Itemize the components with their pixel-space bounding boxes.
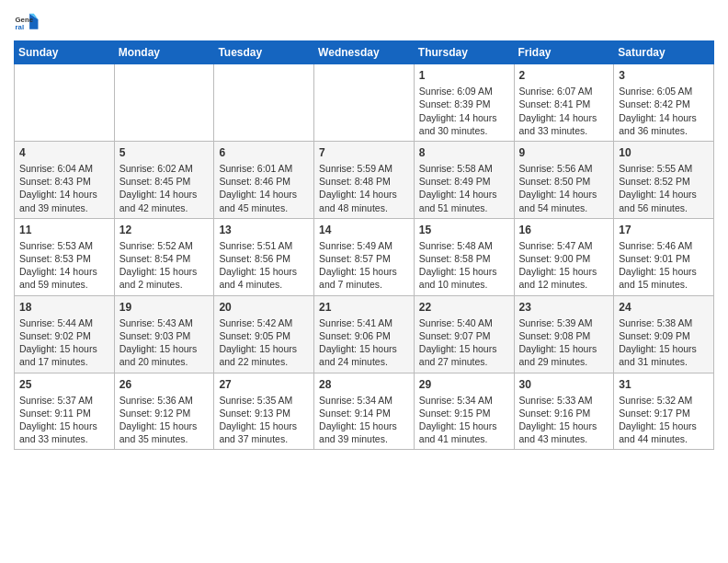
- day-info-line: Sunset: 9:01 PM: [619, 252, 709, 265]
- day-info-line: Daylight: 15 hours: [19, 419, 109, 432]
- day-info-line: Sunset: 9:00 PM: [519, 252, 609, 265]
- calendar-cell: [214, 64, 314, 142]
- day-info-line: and 10 minutes.: [419, 278, 509, 291]
- calendar-cell: 4Sunrise: 6:04 AMSunset: 8:43 PMDaylight…: [15, 141, 115, 218]
- day-info-line: Sunset: 8:57 PM: [319, 252, 409, 265]
- day-info-line: Sunset: 9:09 PM: [619, 329, 709, 342]
- calendar-cell: 15Sunrise: 5:48 AMSunset: 8:58 PMDayligh…: [414, 218, 514, 295]
- day-info-line: Sunset: 9:17 PM: [619, 407, 709, 419]
- day-number: 15: [419, 223, 509, 237]
- day-info-line: and 4 minutes.: [219, 278, 309, 291]
- day-info-line: Daylight: 15 hours: [319, 342, 409, 355]
- day-number: 6: [219, 145, 309, 160]
- day-info-line: and 59 minutes.: [19, 278, 109, 291]
- day-number: 26: [119, 377, 210, 392]
- day-number: 11: [19, 223, 109, 237]
- calendar-cell: 16Sunrise: 5:47 AMSunset: 9:00 PMDayligh…: [514, 218, 614, 295]
- day-info-line: and 39 minutes.: [19, 201, 109, 214]
- day-info-line: Daylight: 15 hours: [419, 419, 509, 432]
- day-info-line: Daylight: 15 hours: [119, 342, 210, 355]
- day-info-line: and 29 minutes.: [519, 355, 609, 368]
- day-info-line: and 43 minutes.: [519, 432, 609, 445]
- day-info-line: Sunrise: 6:04 AM: [19, 162, 109, 175]
- day-info-line: Sunset: 9:13 PM: [219, 407, 309, 419]
- day-info-line: Sunrise: 5:36 AM: [119, 394, 210, 407]
- day-info-line: Sunset: 8:58 PM: [419, 252, 509, 265]
- day-info-line: and 51 minutes.: [419, 201, 509, 214]
- calendar-cell: 10Sunrise: 5:55 AMSunset: 8:52 PMDayligh…: [614, 141, 714, 218]
- day-info-line: and 35 minutes.: [119, 432, 210, 445]
- day-info-line: Sunrise: 6:07 AM: [519, 85, 609, 98]
- calendar-cell: 11Sunrise: 5:53 AMSunset: 8:53 PMDayligh…: [15, 218, 115, 295]
- day-number: 4: [19, 145, 109, 160]
- day-info-line: Sunrise: 6:09 AM: [419, 85, 509, 98]
- day-info-line: and 12 minutes.: [519, 278, 609, 291]
- day-info-line: Daylight: 15 hours: [219, 419, 309, 432]
- day-info-line: and 27 minutes.: [419, 355, 509, 368]
- day-info-line: Daylight: 14 hours: [319, 188, 409, 201]
- day-info-line: Sunset: 8:46 PM: [219, 175, 309, 188]
- day-info-line: and 17 minutes.: [19, 355, 109, 368]
- calendar-cell: 2Sunrise: 6:07 AMSunset: 8:41 PMDaylight…: [514, 64, 614, 142]
- day-info-line: and 45 minutes.: [219, 201, 309, 214]
- generalblue-logo-icon: Gene ral: [14, 9, 40, 35]
- day-number: 29: [419, 377, 509, 392]
- day-info-line: Sunrise: 5:56 AM: [519, 162, 609, 175]
- column-header-saturday: Saturday: [614, 41, 714, 64]
- day-info-line: Sunrise: 6:05 AM: [619, 85, 709, 98]
- day-info-line: Daylight: 15 hours: [219, 265, 309, 278]
- day-info-line: Daylight: 15 hours: [119, 265, 210, 278]
- day-number: 10: [619, 145, 709, 160]
- day-info-line: Sunset: 9:14 PM: [319, 407, 409, 419]
- day-info-line: Sunset: 9:06 PM: [319, 329, 409, 342]
- column-header-tuesday: Tuesday: [214, 41, 314, 64]
- calendar-cell: 17Sunrise: 5:46 AMSunset: 9:01 PMDayligh…: [614, 218, 714, 295]
- day-info-line: and 37 minutes.: [219, 432, 309, 445]
- day-info-line: Sunrise: 5:41 AM: [319, 316, 409, 329]
- page: Gene ral SundayMondayTuesdayWednesdayThu…: [0, 0, 728, 464]
- day-info-line: Sunset: 9:15 PM: [419, 407, 509, 419]
- calendar-cell: 31Sunrise: 5:32 AMSunset: 9:17 PMDayligh…: [614, 373, 714, 450]
- day-number: 20: [219, 300, 309, 315]
- day-info-line: Daylight: 14 hours: [19, 265, 109, 278]
- day-info-line: Sunset: 8:49 PM: [419, 175, 509, 188]
- column-header-thursday: Thursday: [414, 41, 514, 64]
- day-info-line: Sunset: 9:02 PM: [19, 329, 109, 342]
- day-info-line: and 33 minutes.: [519, 124, 609, 137]
- day-number: 14: [319, 223, 409, 237]
- day-info-line: Sunset: 8:43 PM: [19, 175, 109, 188]
- day-info-line: Sunrise: 5:58 AM: [419, 162, 509, 175]
- day-info-line: and 30 minutes.: [419, 124, 509, 137]
- day-info-line: Sunset: 8:39 PM: [419, 98, 509, 110]
- day-info-line: Sunset: 8:56 PM: [219, 252, 309, 265]
- day-number: 13: [219, 223, 309, 237]
- calendar-cell: 18Sunrise: 5:44 AMSunset: 9:02 PMDayligh…: [15, 295, 115, 373]
- day-info-line: Daylight: 15 hours: [619, 419, 709, 432]
- day-info-line: and 31 minutes.: [619, 355, 709, 368]
- day-info-line: Sunset: 9:12 PM: [119, 407, 210, 419]
- day-info-line: Daylight: 15 hours: [619, 342, 709, 355]
- day-info-line: Sunrise: 5:53 AM: [19, 239, 109, 252]
- calendar-cell: 23Sunrise: 5:39 AMSunset: 9:08 PMDayligh…: [514, 295, 614, 373]
- day-number: 18: [19, 300, 109, 315]
- day-info-line: Sunset: 8:50 PM: [519, 175, 609, 188]
- calendar-cell: 30Sunrise: 5:33 AMSunset: 9:16 PMDayligh…: [514, 373, 614, 450]
- calendar-cell: 28Sunrise: 5:34 AMSunset: 9:14 PMDayligh…: [314, 373, 415, 450]
- day-info-line: Sunrise: 5:47 AM: [519, 239, 609, 252]
- day-info-line: Sunset: 9:08 PM: [519, 329, 609, 342]
- day-number: 19: [119, 300, 210, 315]
- day-info-line: and 39 minutes.: [319, 432, 409, 445]
- calendar-cell: 5Sunrise: 6:02 AMSunset: 8:45 PMDaylight…: [114, 141, 214, 218]
- day-info-line: Daylight: 15 hours: [519, 342, 609, 355]
- calendar-cell: [314, 64, 415, 142]
- column-header-sunday: Sunday: [15, 41, 115, 64]
- day-info-line: Sunrise: 5:51 AM: [219, 239, 309, 252]
- day-info-line: and 15 minutes.: [619, 278, 709, 291]
- day-info-line: Sunrise: 6:02 AM: [119, 162, 210, 175]
- day-number: 2: [519, 68, 609, 83]
- logo: Gene ral: [14, 9, 43, 35]
- calendar-cell: 25Sunrise: 5:37 AMSunset: 9:11 PMDayligh…: [15, 373, 115, 450]
- day-info-line: Sunrise: 5:32 AM: [619, 394, 709, 407]
- day-info-line: Sunrise: 5:52 AM: [119, 239, 210, 252]
- day-info-line: and 22 minutes.: [219, 355, 309, 368]
